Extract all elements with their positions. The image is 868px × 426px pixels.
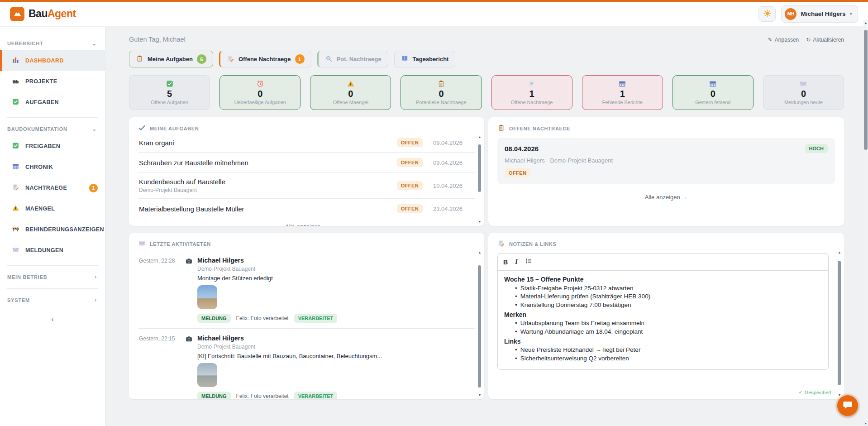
scroll-down-arrow[interactable]: ▼	[863, 422, 868, 425]
tab-label: Pot. Nachtraege	[337, 56, 382, 62]
activity-project: Demo-Projekt Bauagent	[197, 344, 462, 350]
task-row[interactable]: Kundenbesuch auf Baustelle Demo-Projekt …	[138, 172, 475, 199]
tab-meine-aufgaben[interactable]: Meine Aufgaben 5	[129, 51, 213, 67]
sidebar-item-dashboard[interactable]: DASHBOARD	[0, 50, 105, 71]
alle-anzeigen-link[interactable]: Alle anzeigen →	[138, 223, 475, 226]
scroll-down-arrow[interactable]: ▼	[837, 393, 842, 397]
notes-heading: Links	[504, 338, 822, 345]
scroll-down-arrow[interactable]: ▼	[477, 220, 482, 223]
sidebar-item-projekte[interactable]: PROJEKTE	[0, 71, 105, 92]
task-row[interactable]: Materialbestellung Baustelle Müller OFFE…	[138, 199, 475, 218]
count-badge: 5	[197, 54, 206, 64]
notes-content[interactable]: Woche 15 – Offene Punkte Statik-Freigabe…	[498, 271, 828, 368]
stat-value: 5	[133, 89, 206, 99]
scrollbar-thumb[interactable]	[478, 144, 481, 192]
mail-icon	[767, 80, 840, 88]
activity-text: [KI] Fortschritt: Baustelle mit Bauzaun,…	[197, 353, 462, 359]
panel-scrollbar: ▲ ▼	[837, 251, 842, 397]
check-icon	[12, 142, 19, 151]
scrollbar-thumb[interactable]	[478, 265, 481, 388]
mail-icon	[138, 239, 146, 248]
sidebar-item-maengel[interactable]: MAENGEL	[0, 198, 105, 219]
scroll-up-arrow[interactable]: ▲	[477, 251, 482, 254]
chevron-right-icon: ›	[95, 274, 97, 280]
activity-entry[interactable]: Gestern, 22:28 Michael Hilgers Demo-Proj…	[138, 251, 475, 329]
sidebar-item-nachtraege[interactable]: NACHTRAEGE 1	[0, 177, 105, 198]
activity-text: Montage der Stützen erledigt	[197, 275, 462, 282]
tab-pot-nachtraege[interactable]: Pot. Nachtraege	[317, 51, 388, 67]
stat-ueberfaellige-aufgaben[interactable]: 0 Ueberfaellige Aufgaben	[219, 75, 300, 110]
app-bar: BauAgent MH Michael Hilgers ▾	[0, 2, 868, 26]
note-bullet: Material-Lieferung prüfen (Stahlträger H…	[515, 293, 822, 300]
italic-button[interactable]: I	[515, 259, 517, 265]
sidebar-section-uebersicht[interactable]: UEBERSICHT ⌄	[0, 37, 105, 50]
sidebar-item-freigaben[interactable]: FREIGABEN	[0, 136, 105, 157]
logo-text-bau: Bau	[29, 8, 48, 19]
tab-label: Tagesbericht	[413, 56, 449, 62]
user-menu[interactable]: MH Michael Hilgers ▾	[781, 5, 858, 23]
activity-author: Michael Hilgers	[197, 335, 462, 342]
activity-author: Michael Hilgers	[197, 257, 462, 264]
document-pencil-icon	[227, 55, 234, 64]
activity-photo-thumbnail[interactable]	[197, 285, 217, 309]
building-icon	[12, 77, 19, 86]
bold-button[interactable]: B	[503, 259, 508, 265]
task-title: Schrauben zur Baustelle mitnehmen	[139, 159, 248, 167]
activity-entry[interactable]: Gestern, 22:15 Michael Hilgers Demo-Proj…	[138, 329, 475, 399]
stat-offene-aufgaben[interactable]: 5 Offene Aufgaben	[129, 75, 210, 110]
activity-time: Gestern, 22:15	[139, 335, 181, 399]
scroll-up-arrow[interactable]: ▲	[477, 135, 482, 139]
sidebar-item-meldungen[interactable]: MELDUNGEN	[0, 240, 105, 261]
sidebar-item-aufgaben[interactable]: AUFGABEN	[0, 92, 105, 113]
task-row[interactable]: Schrauben zur Baustelle mitnehmen OFFEN …	[138, 153, 475, 172]
scroll-up-arrow[interactable]: ▲	[863, 21, 868, 24]
stat-value: 0	[767, 89, 840, 99]
scroll-up-arrow[interactable]: ▲	[837, 251, 842, 254]
bullet-list-button[interactable]	[525, 257, 533, 267]
tab-tagesbericht[interactable]: Tagesbericht	[394, 51, 456, 67]
check-icon	[133, 80, 206, 88]
stat-offene-maengel[interactable]: 0 Offene Maengel	[310, 75, 391, 110]
sidebar-item-chronik[interactable]: CHRONIK	[0, 157, 105, 177]
sidebar-section-system[interactable]: SYSTEM ›	[0, 293, 105, 307]
scrollbar-thumb[interactable]	[838, 261, 841, 385]
sidebar-collapse-button[interactable]: ‹	[43, 315, 62, 323]
sidebar-section-baudokumentation[interactable]: BAUDOKUMENTATION ⌄	[0, 122, 105, 136]
activity-photo-thumbnail[interactable]	[197, 363, 217, 387]
tab-offene-nachtraege[interactable]: Offene Nachtraege 1	[219, 51, 311, 67]
sidebar-item-behinderungsanzeigen[interactable]: BEHINDERUNGSANZEIGEN	[0, 219, 105, 240]
aktualisieren-button[interactable]: ↻ Aktualisieren	[806, 37, 844, 43]
count-badge: 1	[89, 184, 98, 192]
task-project: Demo-Projekt Bauagent	[139, 187, 225, 193]
stat-gestern-fehlend[interactable]: 0 Gestern fehlend	[672, 75, 754, 110]
sidebar-item-label: NACHTRAEGE	[25, 185, 67, 191]
scroll-down-arrow[interactable]: ▼	[477, 393, 482, 397]
tab-label: Meine Aufgaben	[148, 56, 193, 62]
clipboard-icon	[497, 124, 505, 133]
document-icon	[496, 80, 568, 88]
nachtrag-item[interactable]: 08.04.2026 HOCH Michael Hilgers - Demo-P…	[497, 138, 835, 184]
alle-anzeigen-link[interactable]: Alle anzeigen →	[497, 194, 835, 201]
offene-nachtraege-panel: OFFENE NACHTRAEGE 08.04.2026 HOCH Michae…	[488, 117, 844, 226]
task-row[interactable]: Kran organi OFFEN 09.04.2026	[138, 133, 475, 153]
stat-offene-nachtraege[interactable]: 1 Offene Nachtraege	[491, 75, 572, 110]
status-badge: OFFEN	[397, 138, 423, 147]
stat-fehlende-berichte[interactable]: 1 Fehlende Berichte	[582, 75, 663, 110]
scrollbar-thumb[interactable]	[864, 30, 868, 150]
anpassen-button[interactable]: ✎ Anpassen	[768, 37, 799, 43]
activity-project: Demo-Projekt Bauagent	[197, 266, 462, 272]
logo[interactable]: BauAgent	[10, 7, 76, 21]
stat-label: Ueberfaellige Aufgaben	[224, 100, 296, 105]
warning-icon	[314, 80, 387, 88]
task-title: Materialbestellung Baustelle Müller	[139, 205, 244, 213]
divider	[7, 265, 98, 266]
note-bullet: Sicherheitsunterweisung Q2 vorbereiten	[515, 355, 822, 362]
sidebar-section-mein-betrieb[interactable]: MEIN BETRIEB ›	[0, 270, 105, 284]
support-chat-button[interactable]	[837, 395, 858, 416]
section-label: SYSTEM	[7, 297, 30, 303]
theme-toggle-button[interactable]	[758, 6, 776, 22]
chevron-down-icon: ⌄	[92, 126, 97, 132]
stat-potentielle-nachtraege[interactable]: 0 Potentielle Nachtraege	[401, 75, 482, 110]
mail-icon	[12, 246, 19, 255]
stat-meldungen-heute[interactable]: 0 Meldungen heute	[763, 75, 844, 110]
